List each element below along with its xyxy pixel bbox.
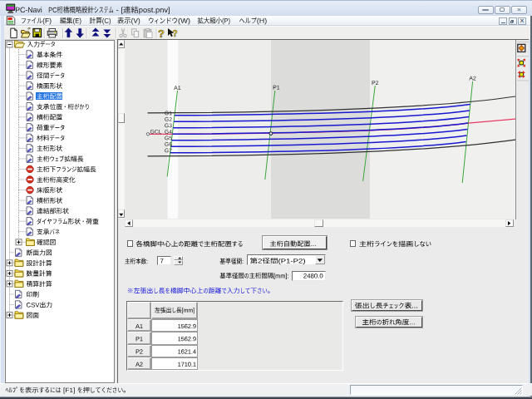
svg-text:?: ?: [172, 29, 177, 38]
svg-text:?: ?: [158, 27, 165, 40]
